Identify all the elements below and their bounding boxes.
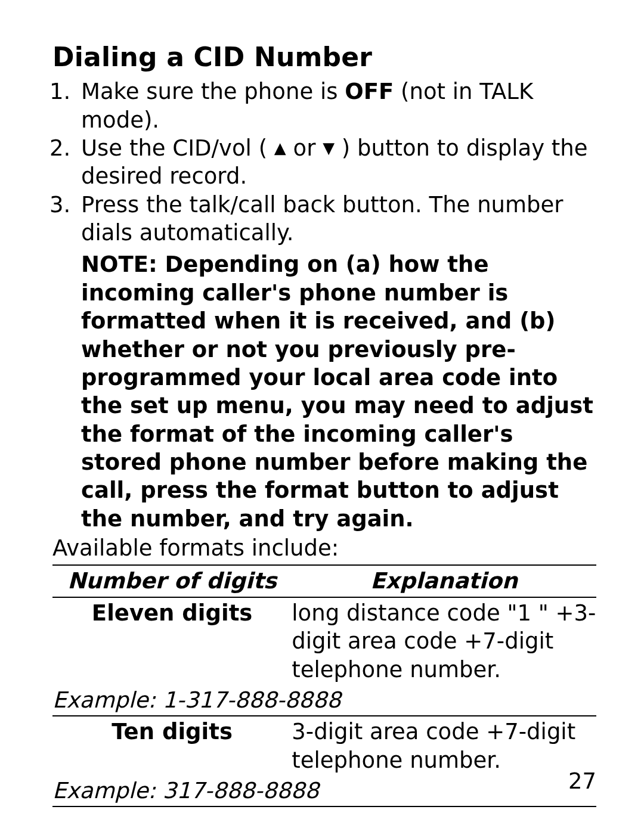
- triangle-down-icon: ▼: [323, 138, 335, 158]
- table-row: Eleven digits long distance code "1 " +3…: [52, 597, 596, 685]
- example-row: Example: 317-888-8888: [52, 775, 596, 806]
- example-text: Example: 317-888-8888: [52, 775, 596, 806]
- header-number-of-digits: Number of digits: [52, 565, 292, 597]
- page-heading: Dialing a CID Number: [52, 41, 596, 74]
- step-2: Use the CID/vol ( ▲ or ▼ ) button to dis…: [78, 134, 596, 191]
- steps-list: Make sure the phone is OFF (not in TALK …: [52, 77, 596, 533]
- step-2-text-b: or: [286, 135, 323, 161]
- formats-table: Number of digits Explanation Eleven digi…: [52, 564, 596, 807]
- digits-label: Eleven digits: [52, 599, 292, 627]
- manual-page: Dialing a CID Number Make sure the phone…: [0, 0, 644, 819]
- step-1: Make sure the phone is OFF (not in TALK …: [78, 77, 596, 134]
- triangle-up-icon: ▲: [274, 138, 286, 158]
- off-word: OFF: [345, 79, 394, 104]
- table-row: Ten digits 3-digit area code +7-digit te…: [52, 716, 596, 775]
- note-text: NOTE: Depending on (a) how the incoming …: [81, 250, 596, 533]
- step-2-text-a: Use the CID/vol (: [81, 135, 274, 161]
- header-explanation: Explanation: [292, 565, 596, 597]
- step-1-text-a: Make sure the phone is: [81, 79, 345, 104]
- example-text: Example: 1-317-888-8888: [52, 685, 596, 716]
- step-3: Press the talk/call back button. The num…: [78, 191, 596, 533]
- explanation-cell: long distance code "1 " +3-digit area co…: [292, 597, 596, 685]
- digits-label: Ten digits: [52, 718, 292, 746]
- explanation-cell: 3-digit area code +7-digit telephone num…: [292, 716, 596, 775]
- step-3-text: Press the talk/call back button. The num…: [81, 192, 564, 246]
- formats-intro: Available formats include:: [52, 534, 596, 562]
- page-number: 27: [568, 767, 596, 795]
- table-header-row: Number of digits Explanation: [52, 565, 596, 597]
- example-row: Example: 1-317-888-8888: [52, 685, 596, 716]
